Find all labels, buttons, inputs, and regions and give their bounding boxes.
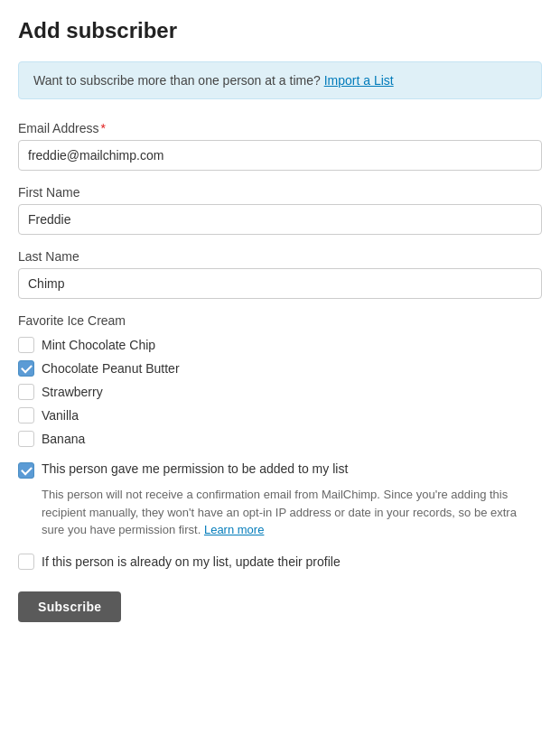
permission-main-label: This person gave me permission to be add… xyxy=(42,461,348,476)
update-profile-checkbox[interactable] xyxy=(18,554,34,570)
checkbox-vanilla-label[interactable]: Vanilla xyxy=(42,408,79,423)
checkbox-banana-label[interactable]: Banana xyxy=(42,432,85,446)
checkbox-banana[interactable] xyxy=(18,431,34,447)
checkbox-item-vanilla[interactable]: Vanilla xyxy=(18,407,542,424)
learn-more-link[interactable]: Learn more xyxy=(204,523,264,536)
permission-description: This person will not receive a confirmat… xyxy=(42,486,542,539)
permission-section: This person gave me permission to be add… xyxy=(18,461,542,539)
checkbox-chocolate-label[interactable]: Chocolate Peanut Butter xyxy=(42,361,180,376)
ice-cream-label: Favorite Ice Cream xyxy=(18,313,542,328)
checkbox-vanilla[interactable] xyxy=(18,407,34,424)
subscribe-button[interactable]: Subscribe xyxy=(18,591,121,622)
checkbox-chocolate[interactable] xyxy=(18,360,34,377)
last-name-label: Last Name xyxy=(18,249,542,264)
required-indicator: * xyxy=(100,121,105,135)
ice-cream-group: Favorite Ice Cream Mint Chocolate Chip C… xyxy=(18,313,542,447)
checkbox-strawberry-label[interactable]: Strawberry xyxy=(42,385,103,399)
first-name-input[interactable] xyxy=(18,204,542,235)
checkbox-item-chocolate[interactable]: Chocolate Peanut Butter xyxy=(18,360,542,377)
update-profile-section[interactable]: If this person is already on my list, up… xyxy=(18,554,542,570)
first-name-label: First Name xyxy=(18,185,542,200)
permission-checkbox[interactable] xyxy=(18,462,34,479)
checkbox-mint[interactable] xyxy=(18,337,34,353)
email-label: Email Address* xyxy=(18,121,542,135)
checkbox-mint-label[interactable]: Mint Chocolate Chip xyxy=(42,338,155,352)
email-input[interactable] xyxy=(18,140,542,171)
import-list-link[interactable]: Import a List xyxy=(324,73,394,88)
checkbox-strawberry[interactable] xyxy=(18,384,34,400)
last-name-field-group: Last Name xyxy=(18,249,542,299)
page-title: Add subscriber xyxy=(18,18,542,43)
checkbox-item-banana[interactable]: Banana xyxy=(18,431,542,447)
info-banner: Want to subscribe more than one person a… xyxy=(18,61,542,99)
update-profile-label[interactable]: If this person is already on my list, up… xyxy=(42,554,341,569)
checkbox-item-mint[interactable]: Mint Chocolate Chip xyxy=(18,337,542,353)
first-name-field-group: First Name xyxy=(18,185,542,235)
checkbox-item-strawberry[interactable]: Strawberry xyxy=(18,384,542,400)
banner-text: Want to subscribe more than one person a… xyxy=(33,73,321,88)
email-field-group: Email Address* xyxy=(18,121,542,171)
permission-main-row[interactable]: This person gave me permission to be add… xyxy=(18,461,542,479)
last-name-input[interactable] xyxy=(18,268,542,299)
